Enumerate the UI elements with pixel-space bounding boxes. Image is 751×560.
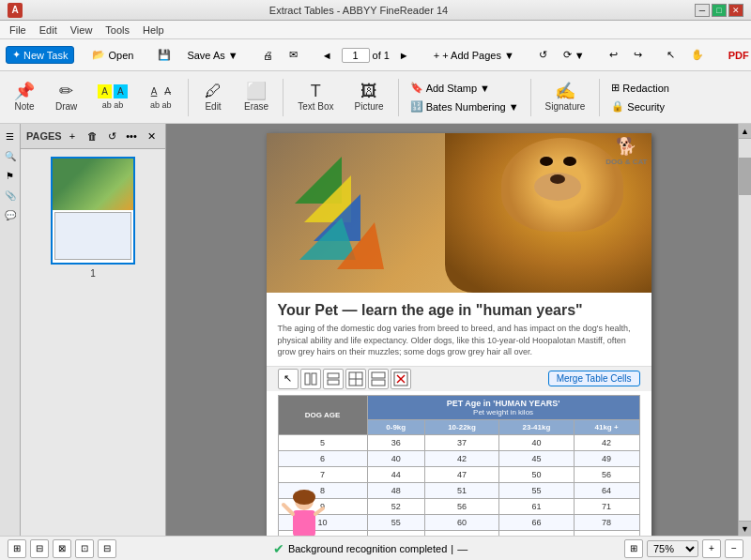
rotate-button[interactable]: ↺: [532, 46, 554, 64]
next-page-button[interactable]: ►: [392, 47, 416, 64]
menu-bar: File Edit View Tools Help: [0, 21, 751, 39]
new-task-button[interactable]: ✦ New Task: [6, 46, 74, 64]
doc-photo-area: 🐕 DOG & CAT: [267, 133, 651, 293]
sidebar-delete-tool[interactable]: 🗑: [84, 128, 100, 144]
document-area[interactable]: 🐕 DOG & CAT Your Pet — learn the age in …: [166, 124, 751, 536]
zoom-minus-button[interactable]: −: [725, 539, 743, 558]
menu-view[interactable]: View: [65, 23, 99, 38]
svg-rect-19: [293, 510, 315, 536]
undo-button[interactable]: ↩: [603, 46, 624, 64]
table-add-row-btn[interactable]: [323, 369, 344, 389]
table-del-btn[interactable]: [391, 369, 411, 389]
redaction-button[interactable]: ⊞ Redaction: [607, 80, 673, 96]
cursor-button[interactable]: ↖: [660, 46, 682, 64]
table-cell-r4: 42: [574, 434, 639, 450]
table-split2-btn[interactable]: [368, 369, 389, 389]
left-nav-attachments[interactable]: 📎: [2, 187, 19, 204]
title-bar-left: A: [8, 3, 23, 18]
table-row: 744475056: [278, 466, 639, 482]
zoom-select[interactable]: 75% 50% 100% 125% 150%: [647, 540, 698, 557]
bates-button[interactable]: 🔢 Bates Numbering ▼: [406, 98, 523, 114]
left-nav-bookmarks[interactable]: ⚑: [2, 167, 19, 184]
sidebar-more-tool[interactable]: •••: [123, 128, 140, 144]
merge-table-cells-button[interactable]: Merge Table Cells: [548, 371, 640, 386]
save-as-button[interactable]: Save As ▼: [180, 47, 244, 64]
menu-file[interactable]: File: [4, 23, 32, 38]
zoom-in-button[interactable]: +: [702, 539, 721, 558]
table-cell-r4: 64: [574, 482, 639, 498]
note-icon: 📌: [14, 83, 35, 99]
table-cursor-btn[interactable]: ↖: [278, 369, 299, 389]
pages-panel: PAGES + 🗑 ↺ ••• ✕ 1: [21, 124, 166, 536]
close-button[interactable]: ✕: [728, 4, 743, 17]
minimize-button[interactable]: ─: [695, 4, 710, 17]
svg-rect-6: [312, 373, 316, 385]
hand-button[interactable]: ✋: [684, 46, 711, 64]
scroll-thumb[interactable]: [739, 158, 751, 195]
status-zoom-area: ⊞ 75% 50% 100% 125% 150% + −: [624, 539, 743, 558]
svg-rect-12: [372, 372, 385, 378]
left-nav-annotations[interactable]: 💬: [2, 206, 19, 223]
scroll-down-button[interactable]: ▼: [739, 521, 751, 536]
redo-button[interactable]: ↪: [627, 46, 649, 64]
pdf-tools-button[interactable]: PDF PDF Tools: [722, 47, 751, 64]
table-cell-r1: [367, 530, 424, 536]
sidebar-add-tool[interactable]: +: [64, 128, 81, 144]
status-bar: ⊞ ⊟ ⊠ ⊡ ⊟ ✔ Background recognition compl…: [0, 536, 751, 560]
email-icon: ✉: [289, 49, 298, 61]
sidebar-rotate-tool[interactable]: ↺: [103, 128, 120, 144]
draw-tool[interactable]: ✏ Draw: [49, 78, 84, 116]
status-tool-1[interactable]: ⊞: [8, 539, 26, 558]
menu-edit[interactable]: Edit: [34, 23, 63, 38]
annot-separator-5: [599, 79, 600, 116]
underline-tool[interactable]: A A ab ab: [142, 80, 180, 114]
svg-rect-13: [372, 380, 385, 386]
table-cell-r1: 44: [367, 466, 424, 482]
pdf-icon: PDF: [728, 50, 749, 61]
table-split-btn[interactable]: [345, 369, 366, 389]
edit-tool[interactable]: 🖊 Edit: [196, 78, 230, 116]
prev-page-button[interactable]: ◄: [315, 47, 339, 64]
security-button[interactable]: 🔒 Security: [607, 98, 673, 114]
rotate2-button[interactable]: ⟳▼: [557, 46, 591, 64]
note-tool[interactable]: 📌 Note: [8, 78, 41, 116]
signature-tool[interactable]: ✍ Signature: [539, 78, 592, 116]
left-nav-search[interactable]: 🔍: [2, 147, 19, 164]
highlight-tool[interactable]: A A ab ab: [91, 80, 133, 114]
col-range4: 41kg +: [574, 419, 639, 434]
status-tool-5[interactable]: ⊟: [98, 539, 116, 558]
save-button[interactable]: 💾: [151, 46, 177, 64]
erase-tool[interactable]: ⬜ Erase: [238, 78, 275, 116]
menu-help[interactable]: Help: [137, 23, 170, 38]
textbox-tool[interactable]: T Text Box: [291, 78, 340, 116]
doc-title: Your Pet — learn the age in "human years…: [267, 293, 651, 323]
stamp-button[interactable]: 🔖 Add Stamp ▼: [406, 80, 523, 96]
table-add-col-btn[interactable]: [300, 369, 321, 389]
print-button[interactable]: 🖨: [256, 47, 280, 64]
open-button[interactable]: 📂 Open: [85, 46, 140, 64]
bates-icon: 🔢: [410, 100, 423, 113]
table-cell-r2: 47: [424, 466, 498, 482]
sidebar-close-tool[interactable]: ✕: [143, 128, 160, 144]
vertical-scrollbar[interactable]: ▲ ▼: [738, 124, 751, 536]
annot-separator-1: [188, 79, 189, 116]
col-range1: 0-9kg: [367, 419, 424, 434]
zoom-out-button[interactable]: ⊞: [624, 539, 643, 558]
maximize-button[interactable]: □: [712, 4, 727, 17]
menu-tools[interactable]: Tools: [100, 23, 135, 38]
left-nav-pages[interactable]: ☰: [2, 128, 19, 144]
draw-icon: ✏: [59, 83, 73, 99]
status-tool-2[interactable]: ⊟: [30, 539, 49, 558]
status-message: Background recognition completed: [288, 543, 447, 554]
title-bar: A Extract Tables - ABBYY FineReader 14 ─…: [0, 0, 751, 21]
doc-subtitle: The aging of the domestic dog varies fro…: [267, 323, 651, 366]
picture-tool[interactable]: 🖼 Picture: [348, 78, 391, 116]
status-tool-3[interactable]: ⊠: [53, 539, 71, 558]
status-tool-4[interactable]: ⊡: [75, 539, 94, 558]
page-thumbnail-1[interactable]: 1: [21, 149, 165, 286]
page-input[interactable]: [342, 48, 370, 63]
email-button[interactable]: ✉: [283, 46, 304, 64]
add-pages-button[interactable]: + + Add Pages ▼: [427, 47, 521, 64]
scroll-up-button[interactable]: ▲: [739, 124, 751, 139]
app-icon: A: [8, 3, 23, 18]
